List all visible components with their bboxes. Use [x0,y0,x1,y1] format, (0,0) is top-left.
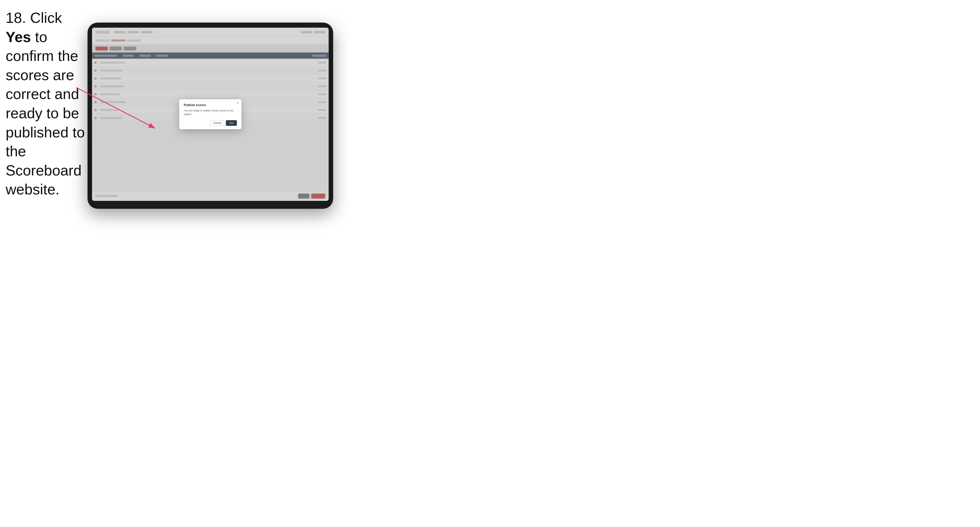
cancel-button[interactable]: Cancel [210,120,224,126]
dialog-close-button[interactable]: × [237,102,239,105]
bold-yes: Yes [6,29,31,45]
instruction-text: 18. Click Yes to confirm the scores are … [6,8,88,199]
tablet-screen: Publish scores × Are you ready to publis… [92,28,329,201]
dialog-actions: Cancel Yes [184,120,237,126]
yes-button[interactable]: Yes [226,120,237,126]
step-number: 18. [6,10,26,26]
tablet: Publish scores × Are you ready to publis… [88,22,333,209]
modal-overlay: Publish scores × Are you ready to publis… [92,28,329,201]
dialog-message: Are you ready to publish these scores to… [184,109,237,116]
publish-scores-dialog: Publish scores × Are you ready to publis… [179,99,242,129]
dialog-title: Publish scores [184,103,237,106]
